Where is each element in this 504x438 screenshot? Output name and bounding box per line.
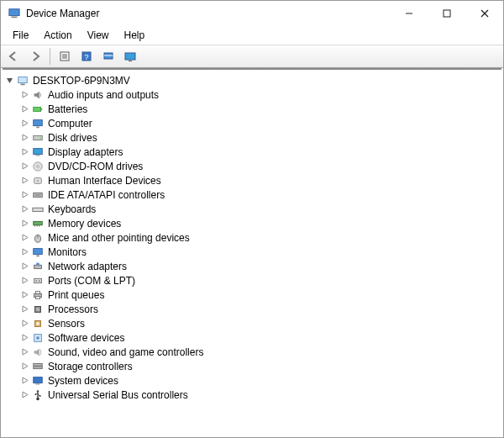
svg-point-63	[35, 393, 37, 395]
tree-item-label: Storage controllers	[48, 361, 133, 372]
expand-toggle-icon[interactable]	[19, 90, 29, 100]
svg-rect-45	[34, 278, 42, 282]
tree-root-item[interactable]: DESKTOP-6P9N3MV	[4, 73, 500, 87]
svg-rect-1	[12, 17, 18, 18]
tree-item[interactable]: Sensors	[19, 316, 500, 330]
expand-toggle-icon[interactable]	[19, 247, 29, 257]
app-icon	[8, 7, 21, 20]
expand-toggle-icon[interactable]	[19, 133, 29, 143]
svg-point-23	[40, 137, 42, 139]
computer-icon	[16, 74, 29, 87]
tree-item[interactable]: Computer	[19, 116, 500, 130]
tree-item[interactable]: Audio inputs and outputs	[19, 87, 500, 102]
forward-button[interactable]	[26, 47, 45, 66]
tree-item[interactable]: Sound, video and game controllers	[19, 345, 500, 359]
expand-toggle-icon[interactable]	[19, 333, 29, 343]
tree-item[interactable]: Software devices	[19, 330, 500, 345]
svg-rect-35	[34, 221, 43, 224]
tree-item[interactable]: Network adapters	[19, 259, 500, 273]
storage-icon	[31, 360, 45, 373]
tree-item[interactable]: Storage controllers	[19, 359, 500, 373]
svg-rect-60	[35, 383, 39, 384]
expand-toggle-icon[interactable]	[19, 347, 29, 357]
tree-item[interactable]: Display adapters	[19, 145, 500, 159]
expand-toggle-icon[interactable]	[19, 219, 29, 229]
tree-item-label: Monitors	[48, 246, 87, 258]
expand-toggle-icon[interactable]	[19, 390, 29, 400]
tree-item-label: Keyboards	[48, 203, 96, 215]
svg-rect-16	[18, 77, 28, 82]
expand-toggle-icon[interactable]	[19, 290, 29, 300]
tree-item[interactable]: Keyboards	[19, 202, 500, 216]
expand-toggle-icon[interactable]	[19, 376, 29, 386]
expand-toggle-icon[interactable]	[19, 161, 29, 172]
tree-item[interactable]: Monitors	[19, 245, 500, 259]
minimize-button[interactable]	[390, 1, 428, 26]
menu-action[interactable]: Action	[37, 28, 78, 43]
monitor-icon	[31, 117, 45, 130]
tree-item-label: Mice and other pointing devices	[48, 232, 190, 244]
expand-toggle-icon[interactable]	[19, 190, 29, 200]
svg-rect-17	[20, 83, 24, 85]
expand-toggle-icon[interactable]	[19, 104, 29, 114]
tree-item[interactable]: System devices	[19, 373, 500, 388]
expand-toggle-icon[interactable]	[19, 147, 29, 157]
maximize-button[interactable]	[428, 1, 465, 26]
menu-file[interactable]: File	[6, 28, 35, 43]
titlebar: Device Manager	[1, 1, 503, 26]
tree-item[interactable]: Print queues	[19, 288, 500, 302]
expand-toggle-icon[interactable]	[19, 233, 29, 243]
close-button[interactable]	[465, 1, 503, 26]
tree-item-label: Print queues	[48, 289, 104, 301]
tree-item[interactable]: Human Interface Devices	[19, 173, 500, 187]
expand-toggle-icon[interactable]	[19, 304, 29, 314]
show-button[interactable]	[121, 47, 139, 66]
svg-rect-58	[34, 367, 43, 369]
tree-item[interactable]: IDE ATA/ATAPI controllers	[19, 187, 500, 202]
expand-toggle-icon[interactable]	[19, 319, 29, 329]
port-icon	[31, 274, 45, 288]
expand-toggle-icon[interactable]	[19, 261, 29, 272]
expand-toggle-icon[interactable]	[19, 204, 29, 214]
expand-toggle-icon[interactable]	[19, 361, 29, 372]
tree-item[interactable]: Mice and other pointing devices	[19, 230, 500, 245]
toolbar: ?	[1, 45, 503, 68]
svg-rect-0	[9, 9, 19, 16]
expand-toggle-icon[interactable]	[19, 276, 29, 286]
collapse-toggle-icon[interactable]	[4, 76, 14, 86]
ide-icon	[31, 188, 45, 202]
tree-item[interactable]: Universal Serial Bus controllers	[19, 388, 500, 402]
device-tree[interactable]: DESKTOP-6P9N3MV Audio inputs and outputs…	[3, 68, 501, 435]
back-button[interactable]	[4, 47, 23, 66]
svg-rect-41	[34, 248, 43, 254]
tree-item-label: Sound, video and game controllers	[48, 346, 203, 358]
svg-point-56	[36, 336, 39, 340]
svg-rect-24	[34, 148, 43, 154]
software-icon	[31, 331, 45, 345]
help-button[interactable]: ?	[77, 47, 96, 66]
tree-item-label: Sensors	[48, 318, 85, 330]
properties-button[interactable]	[55, 47, 74, 66]
tree-item[interactable]: Batteries	[19, 102, 500, 116]
svg-point-62	[36, 397, 39, 400]
tree-item-label: Universal Serial Bus controllers	[48, 389, 188, 401]
expand-toggle-icon[interactable]	[19, 119, 29, 129]
svg-rect-19	[41, 108, 43, 110]
scan-button[interactable]	[99, 47, 118, 66]
printer-icon	[31, 288, 45, 302]
usb-icon	[31, 388, 45, 402]
tree-item[interactable]: Processors	[19, 302, 500, 316]
svg-rect-3	[444, 10, 450, 17]
expand-toggle-icon[interactable]	[19, 176, 29, 186]
tree-item[interactable]: DVD/CD-ROM drives	[19, 159, 500, 173]
menu-view[interactable]: View	[81, 28, 116, 43]
svg-rect-49	[35, 291, 39, 293]
tree-item-label: Human Interface Devices	[48, 175, 161, 187]
svg-rect-59	[34, 377, 43, 383]
tree-item[interactable]: Disk drives	[19, 130, 500, 145]
svg-rect-25	[35, 155, 39, 156]
tree-item-label: Processors	[48, 303, 98, 315]
tree-item[interactable]: Memory devices	[19, 216, 500, 230]
menu-help[interactable]: Help	[118, 28, 152, 43]
tree-item[interactable]: Ports (COM & LPT)	[19, 273, 500, 288]
